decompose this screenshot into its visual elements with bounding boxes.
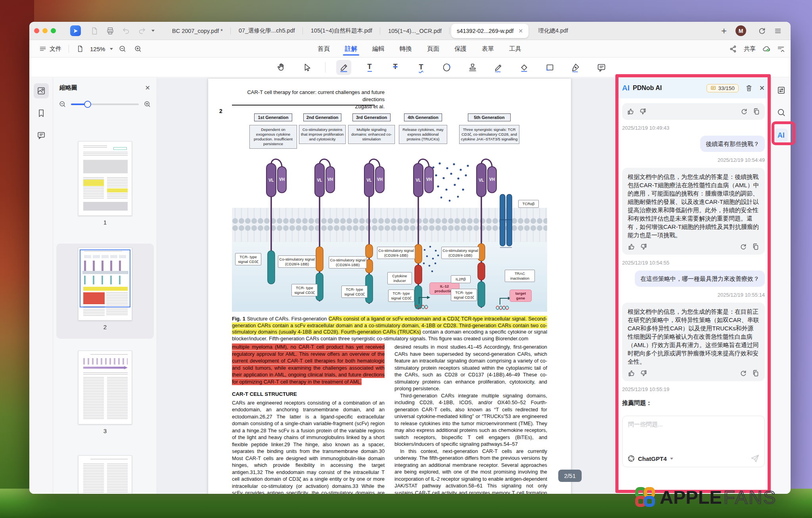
menu-tab-form[interactable]: 表單 (481, 41, 494, 57)
copy-icon[interactable] (753, 107, 760, 115)
tab-document-1[interactable]: BC 2007_copy.pdf * (164, 22, 231, 40)
label-tcr-signal-3: TCR- type signal CD3ζ (341, 286, 368, 298)
rectangle-shape-tool[interactable] (542, 60, 557, 75)
regenerate-icon[interactable] (739, 243, 747, 251)
freeform-shape-tool[interactable] (439, 60, 454, 75)
underline-text-tool[interactable]: T (362, 60, 377, 75)
page-number: 2 (219, 108, 222, 114)
thumbnail-page-2-selected[interactable]: 2 (56, 244, 154, 339)
menu-tab-convert[interactable]: 轉換 (399, 41, 412, 57)
sync-icon[interactable] (758, 27, 766, 35)
model-selector[interactable]: ChatGPT4 (638, 455, 667, 462)
like-icon[interactable] (628, 243, 635, 251)
pencil-draw-tool[interactable] (491, 60, 506, 75)
recommended-questions-label: 推薦問題： (622, 399, 765, 407)
svg-text:VH: VH (489, 177, 495, 182)
timestamp: 2025/12/19 10:54:55 (622, 260, 765, 266)
like-icon[interactable] (627, 107, 634, 115)
squiggly-underline-tool[interactable]: T (414, 60, 429, 75)
zoom-in-icon[interactable] (134, 45, 142, 53)
dislike-icon[interactable] (640, 243, 647, 251)
stamp-tool[interactable] (465, 60, 480, 75)
search-icon[interactable] (775, 106, 787, 118)
slider-knob[interactable] (84, 101, 91, 108)
copy-icon[interactable] (752, 243, 759, 251)
svg-text:VL: VL (269, 178, 274, 182)
hand-tool[interactable] (274, 60, 289, 75)
menu-tab-page[interactable]: 頁面 (427, 41, 440, 57)
model-dropdown-icon[interactable] (670, 458, 673, 460)
note-comment-tool[interactable] (594, 60, 609, 75)
close-ai-panel-icon[interactable]: ✕ (759, 84, 765, 92)
figure-generation-row: 1st Generation Dependent on exogenous cy… (232, 113, 547, 155)
tab-document-4[interactable]: 105(1~4)..._OCR.pdf (380, 22, 450, 40)
undo-icon[interactable] (122, 27, 130, 35)
watermark-text-bold: APPLE (660, 486, 722, 508)
page-fit-icon[interactable] (76, 45, 84, 53)
annotation-toolbar: T T T (29, 58, 791, 77)
document-icon[interactable] (90, 27, 99, 35)
eraser-tool[interactable] (517, 60, 532, 75)
divider (325, 62, 326, 73)
history-dropdown-icon[interactable] (151, 30, 155, 32)
print-icon[interactable] (106, 27, 115, 35)
dislike-icon[interactable] (639, 107, 647, 115)
highlighter-tool[interactable] (336, 60, 351, 75)
label-trac-inactivation: TRAC inactivation (505, 270, 535, 282)
zoom-level-value[interactable]: 125% (90, 46, 105, 52)
signature-pen-tool[interactable] (568, 60, 583, 75)
label-costim-4: Co-stimulatory signal (CD28/4-1BB) (377, 247, 415, 259)
select-tool[interactable] (299, 60, 314, 75)
main-menu-icon[interactable] (774, 27, 782, 35)
send-message-icon[interactable] (750, 454, 760, 463)
red-highlight: multiple myeloma (MM), no CAR-T cell pro… (232, 343, 385, 385)
chat-input[interactable] (627, 420, 760, 450)
tab-document-active[interactable]: s41392-02...269-w.pdf ✕ (451, 24, 529, 38)
generation-3: 3rd Generation Multiple signaling domain… (346, 113, 397, 144)
menu-tab-edit[interactable]: 編輯 (372, 41, 385, 57)
svg-text:VH: VH (279, 177, 285, 182)
titlebar-right-controls: + M (712, 25, 786, 36)
bookmarks-panel-icon[interactable] (34, 106, 49, 121)
dislike-icon[interactable] (640, 369, 647, 377)
file-menu-label[interactable]: 文件 (50, 45, 61, 53)
zoom-window-button[interactable] (51, 28, 56, 33)
regenerate-icon[interactable] (739, 369, 747, 377)
thumbnail-page-4[interactable] (56, 451, 154, 494)
share-icon[interactable] (729, 45, 737, 53)
menu-tab-tools[interactable]: 工具 (509, 41, 522, 57)
copy-icon[interactable] (752, 369, 759, 377)
properties-settings-icon[interactable] (775, 84, 787, 96)
menu-tab-annotate[interactable]: 註解 (345, 41, 358, 57)
cloud-sync-icon[interactable] (762, 45, 770, 53)
thumbnail-page-3[interactable]: 3 (56, 347, 154, 434)
close-window-button[interactable] (34, 28, 39, 33)
minimize-window-button[interactable] (42, 28, 48, 33)
annotations-panel-icon[interactable] (34, 128, 49, 143)
thumbnails-panel-icon[interactable] (34, 83, 49, 98)
share-label[interactable]: 共享 (744, 45, 756, 53)
account-avatar[interactable]: M (735, 25, 746, 36)
menu-tab-home[interactable]: 首頁 (317, 41, 330, 57)
regenerate-icon[interactable] (740, 107, 748, 115)
new-tab-button[interactable]: + (721, 25, 727, 36)
thumbnail-page-1[interactable]: 1 (56, 137, 154, 226)
zoom-out-icon[interactable] (119, 45, 126, 53)
pdf-viewport[interactable]: CAR-T cell therapy for cancer: current c… (157, 78, 616, 494)
menu-tab-protect[interactable]: 保護 (454, 41, 467, 57)
strikethrough-text-tool[interactable]: T (388, 60, 403, 75)
tab-document-2[interactable]: 07_選修化學...ch5.pdf (231, 22, 303, 40)
like-icon[interactable] (628, 369, 635, 377)
ai-sidebar-button[interactable]: AI (774, 129, 788, 142)
thumbnail-zoom-slider[interactable] (59, 100, 151, 108)
file-menu-icon[interactable] (39, 45, 47, 53)
zoom-dropdown-icon[interactable] (110, 48, 113, 50)
redo-icon[interactable] (138, 27, 146, 35)
tab-document-3[interactable]: 105(1~4)自然科題本.pdf (303, 22, 380, 40)
close-tab-icon[interactable]: ✕ (518, 28, 523, 34)
close-panel-icon[interactable]: ✕ (145, 84, 150, 92)
clear-history-trash-icon[interactable] (745, 84, 753, 92)
slider-track[interactable] (71, 104, 139, 105)
collapse-toolbar-icon[interactable] (777, 45, 785, 53)
tab-document-6[interactable]: 理化總4.pdf (530, 22, 576, 40)
